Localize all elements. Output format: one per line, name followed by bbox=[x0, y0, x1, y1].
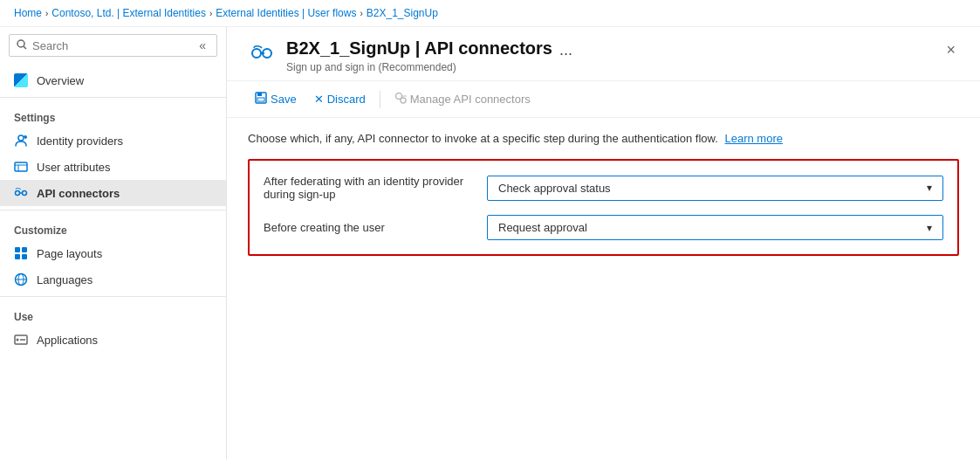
sidebar-divider-3 bbox=[0, 296, 226, 297]
save-label: Save bbox=[271, 93, 297, 106]
breadcrumb-sep-2: › bbox=[209, 9, 212, 18]
page-header-text: B2X_1_SignUp | API connectors ... Sign u… bbox=[286, 38, 572, 73]
save-button[interactable]: Save bbox=[248, 88, 304, 110]
search-box[interactable]: « bbox=[9, 34, 217, 57]
svg-point-0 bbox=[17, 40, 24, 47]
discard-icon: ✕ bbox=[314, 93, 324, 106]
sidebar-item-label-applications: Applications bbox=[37, 334, 98, 347]
config-row-1: After federating with an identity provid… bbox=[264, 175, 943, 201]
page-header: B2X_1_SignUp | API connectors ... Sign u… bbox=[227, 27, 980, 81]
chevron-down-icon-1: ▾ bbox=[927, 182, 932, 194]
user-attributes-icon bbox=[14, 160, 28, 174]
sidebar-divider-2 bbox=[0, 210, 226, 210]
manage-api-connectors-button[interactable]: Manage API connectors bbox=[387, 88, 538, 110]
manage-icon bbox=[394, 92, 407, 107]
svg-point-8 bbox=[16, 191, 20, 196]
sidebar-item-api-connectors[interactable]: API connectors bbox=[0, 180, 226, 206]
svg-point-20 bbox=[252, 49, 261, 58]
applications-icon bbox=[14, 333, 28, 347]
config-label-2: Before creating the user bbox=[264, 221, 473, 234]
breadcrumb-sep-3: › bbox=[360, 9, 362, 18]
sidebar-item-identity-providers[interactable]: + Identity providers bbox=[0, 128, 226, 154]
svg-rect-12 bbox=[15, 254, 20, 259]
toolbar-separator bbox=[380, 91, 380, 108]
page-title: B2X_1_SignUp | API connectors ... bbox=[286, 38, 572, 59]
chevron-down-icon-2: ▾ bbox=[927, 222, 932, 234]
search-input[interactable] bbox=[32, 39, 190, 52]
manage-label: Manage API connectors bbox=[410, 93, 531, 106]
sidebar-section-customize: Customize bbox=[0, 214, 226, 240]
svg-rect-10 bbox=[15, 247, 20, 252]
breadcrumb: Home › Contoso, Ltd. | External Identiti… bbox=[0, 0, 980, 27]
sidebar-item-page-layouts[interactable]: Page layouts bbox=[0, 240, 226, 266]
sidebar-item-label-identity: Identity providers bbox=[37, 134, 123, 148]
svg-rect-24 bbox=[257, 98, 264, 101]
breadcrumb-contoso[interactable]: Contoso, Ltd. | External Identities bbox=[51, 7, 206, 19]
sidebar-section-use: Use bbox=[0, 300, 226, 327]
main-content: B2X_1_SignUp | API connectors ... Sign u… bbox=[227, 27, 980, 459]
discard-button[interactable]: ✕ Discard bbox=[307, 89, 373, 109]
sidebar-section-settings: Settings bbox=[0, 101, 226, 128]
sidebar-item-applications[interactable]: Applications bbox=[0, 327, 226, 353]
info-text-content: Choose which, if any, API connector to i… bbox=[248, 132, 718, 145]
svg-point-9 bbox=[23, 191, 27, 196]
svg-rect-13 bbox=[22, 254, 27, 259]
content-area: Choose which, if any, API connector to i… bbox=[227, 118, 980, 459]
discard-label: Discard bbox=[327, 93, 366, 106]
config-box: After federating with an identity provid… bbox=[248, 159, 959, 256]
sidebar-item-user-attributes[interactable]: User attributes bbox=[0, 154, 226, 180]
api-connectors-icon bbox=[14, 186, 28, 200]
svg-rect-23 bbox=[257, 93, 262, 96]
sidebar-item-languages[interactable]: Languages bbox=[0, 266, 226, 293]
sidebar-item-label-page-layouts: Page layouts bbox=[37, 247, 102, 260]
config-select-2-value: Request approval bbox=[498, 221, 587, 234]
languages-icon bbox=[14, 272, 28, 286]
breadcrumb-sep-1: › bbox=[45, 9, 48, 18]
breadcrumb-home[interactable]: Home bbox=[14, 7, 42, 19]
close-button[interactable]: × bbox=[942, 38, 959, 63]
sidebar-item-label-languages: Languages bbox=[37, 273, 93, 286]
info-text: Choose which, if any, API connector to i… bbox=[248, 132, 959, 145]
page-header-icon bbox=[248, 39, 276, 67]
config-label-1: After federating with an identity provid… bbox=[264, 175, 473, 201]
search-icon bbox=[17, 39, 27, 52]
breadcrumb-b2x[interactable]: B2X_1_SignUp bbox=[367, 7, 438, 19]
svg-point-18 bbox=[17, 339, 19, 341]
sidebar-item-label-overview: Overview bbox=[37, 74, 84, 87]
page-title-text: B2X_1_SignUp | API connectors bbox=[286, 38, 552, 59]
overview-icon bbox=[14, 73, 28, 87]
config-row-2: Before creating the user Request approva… bbox=[264, 215, 943, 240]
sidebar-item-label-api: API connectors bbox=[37, 187, 120, 200]
learn-more-link[interactable]: Learn more bbox=[724, 132, 782, 145]
more-options-button[interactable]: ... bbox=[559, 41, 572, 59]
svg-rect-5 bbox=[15, 162, 27, 171]
config-select-1[interactable]: Check approval status ▾ bbox=[487, 176, 943, 201]
collapse-sidebar-button[interactable]: « bbox=[195, 38, 209, 52]
config-select-1-value: Check approval status bbox=[498, 182, 611, 195]
svg-line-1 bbox=[24, 46, 26, 49]
toolbar: Save ✕ Discard Manage API connectors bbox=[227, 81, 980, 118]
sidebar-item-overview[interactable]: Overview bbox=[0, 67, 226, 93]
svg-rect-11 bbox=[22, 247, 27, 252]
identity-providers-icon: + bbox=[14, 134, 28, 148]
breadcrumb-user-flows[interactable]: External Identities | User flows bbox=[216, 7, 356, 19]
save-icon bbox=[255, 92, 267, 107]
sidebar-item-label-user-attr: User attributes bbox=[37, 161, 111, 174]
sidebar: « Overview Settings + Identity providers bbox=[0, 27, 227, 459]
page-layouts-icon bbox=[14, 246, 28, 260]
page-subtitle: Sign up and sign in (Recommended) bbox=[286, 61, 572, 73]
sidebar-divider-1 bbox=[0, 97, 226, 98]
config-select-2[interactable]: Request approval ▾ bbox=[487, 215, 943, 240]
svg-point-26 bbox=[401, 98, 406, 103]
